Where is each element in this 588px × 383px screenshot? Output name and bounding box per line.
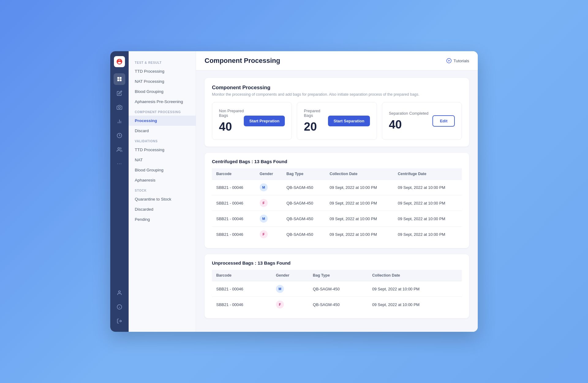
tutorials-button[interactable]: Tutorials [446,58,469,63]
svg-rect-5 [120,79,122,81]
nav-clock[interactable] [114,130,125,141]
centrifuged-bags-table: Barcode Gender Bag Type Collection Date … [212,168,462,242]
col-barcode-1: Barcode [212,168,255,180]
col-bag-type-2: Bag Type [309,270,368,281]
sidebar-section-component-processing: COMPONENT PROCESSING [129,107,196,116]
centrifuged-bags-section: Centrifuged Bags : 13 Bags Found Barcode… [205,153,469,248]
barcode-cell: SBB21 - 00046 [212,195,255,211]
nav-logout[interactable] [114,315,125,327]
stat-separation-label: Separation Completed [389,111,428,116]
nav-profile[interactable] [114,287,125,299]
stat-prepared-info: Prepared Bags 20 [304,109,328,133]
bag-type-cell: QB-SAGM-450 [282,227,325,242]
centrifuged-bags-title: Centrifuged Bags : 13 Bags Found [212,159,462,164]
col-centrifuge-date: Centrifuge Date [394,168,462,180]
section-description: Monitor the processing of components and… [212,92,462,97]
sidebar-section-stock: STOCK [129,185,196,194]
bag-type-cell: QB-SAGM-450 [282,195,325,211]
page-title: Component Processing [205,57,280,65]
nav-more[interactable]: ··· [114,158,125,170]
nav-analytics[interactable] [114,116,125,127]
nav-dashboard[interactable] [114,73,125,85]
stats-row: Non Prepared Bags 40 Start Prepration Pr… [212,102,462,140]
bag-type-cell: QB-SAGM-450 [282,180,325,195]
start-preparation-button[interactable]: Start Prepration [244,116,285,126]
stat-prepared-label: Prepared Bags [304,109,328,118]
start-separation-button[interactable]: Start Separation [328,116,370,126]
sidebar-item-ttd-processing-2[interactable]: TTD Processing [129,145,196,155]
sidebar-item-aphaeresis[interactable]: Aphaeresis [129,175,196,185]
unprocessed-bags-table: Barcode Gender Bag Type Collection Date … [212,270,462,312]
svg-point-11 [118,147,120,149]
sidebar-section-test-result: TEST & RESULT [129,57,196,66]
sidebar-item-nat-processing[interactable]: NAT Processing [129,76,196,86]
unprocessed-bags-title: Unprocessed Bags : 13 Bags Found [212,260,462,266]
sidebar-item-ttd-processing-1[interactable]: TTD Processing [129,66,196,76]
collection-date-cell: 09 Sept, 2022 at 10:00 PM [325,227,394,242]
nav-camera[interactable] [114,101,125,113]
sidebar-item-quarantine-to-stock[interactable]: Quarantine to Stock [129,194,196,204]
col-gender-1: Gender [255,168,282,180]
sidebar-section-validations: VALIDATIONS [129,136,196,145]
sidebar-item-aphaeresis-prescreening[interactable]: Aphaeresis Pre-Screening [129,97,196,107]
col-bag-type-1: Bag Type [282,168,325,180]
stat-non-prepared-label: Non Prepared Bags [219,109,244,118]
centrifuge-date-cell: 09 Sept, 2022 at 10:00 PM [394,195,462,211]
stat-non-prepared-info: Non Prepared Bags 40 [219,109,244,133]
stat-separation-value: 40 [389,118,428,131]
barcode-cell: SBB21 - 00046 [212,281,272,297]
col-collection-date-1: Collection Date [325,168,394,180]
sidebar-item-nat[interactable]: NAT [129,155,196,165]
barcode-cell: SBB21 - 00046 [212,297,272,312]
sidebar-item-blood-grouping-2[interactable]: Blood Grouping [129,165,196,175]
nav-edit[interactable] [114,87,125,99]
gender-cell: M [255,211,282,227]
sidebar-item-discard[interactable]: Discard [129,126,196,136]
collection-date-cell: 09 Sept, 2022 at 10:00 PM [325,211,394,227]
unprocessed-table-header: Barcode Gender Bag Type Collection Date [212,270,462,281]
gender-badge: M [260,215,268,223]
sidebar-item-processing[interactable]: Processing [129,116,196,126]
svg-rect-4 [117,79,119,81]
table-row: SBB21 - 00046 F QB-SAGM-450 09 Sept, 202… [212,297,462,312]
top-bar: Component Processing Tutorials [196,51,478,71]
stat-separation-info: Separation Completed 40 [389,111,428,131]
gender-cell: M [255,180,282,195]
centrifuged-table-header: Barcode Gender Bag Type Collection Date … [212,168,462,180]
gender-cell: F [255,195,282,211]
svg-rect-3 [120,77,122,79]
sidebar-item-blood-grouping-1[interactable]: Blood Grouping [129,86,196,97]
sidebar-item-discarded[interactable]: Discarded [129,204,196,214]
col-gender-2: Gender [272,270,308,281]
sidebar-item-pending[interactable]: Pending [129,214,196,224]
centrifuge-date-cell: 09 Sept, 2022 at 10:00 PM [394,227,462,242]
unprocessed-bags-section: Unprocessed Bags : 13 Bags Found Barcode… [205,254,469,318]
centrifuge-date-cell: 09 Sept, 2022 at 10:00 PM [394,211,462,227]
col-collection-date-2: Collection Date [368,270,462,281]
nav-users[interactable] [114,144,125,155]
barcode-cell: SBB21 - 00046 [212,180,255,195]
gender-badge: F [260,199,268,207]
stat-non-prepared-value: 40 [219,120,244,133]
collection-date-cell: 09 Sept, 2022 at 10:00 PM [368,297,462,312]
section-title: Component Processing [212,85,462,91]
collection-date-cell: 09 Sept, 2022 at 10:00 PM [325,195,394,211]
svg-rect-2 [117,77,119,79]
table-row: SBB21 - 00046 M QB-SAGM-450 09 Sept, 202… [212,281,462,297]
app-logo [114,56,125,67]
barcode-cell: SBB21 - 00046 [212,211,255,227]
svg-marker-18 [448,60,450,62]
icon-sidebar: ··· [110,51,129,332]
edit-button[interactable]: Edit [432,115,455,127]
tutorials-label: Tutorials [454,59,469,63]
centrifuge-date-cell: 09 Sept, 2022 at 10:00 PM [394,180,462,195]
nav-info[interactable] [114,301,125,313]
barcode-cell: SBB21 - 00046 [212,227,255,242]
section-header: Component Processing Monitor the process… [212,85,462,97]
gender-badge: M [276,285,284,293]
text-sidebar: TEST & RESULT TTD Processing NAT Process… [129,51,196,332]
col-barcode-2: Barcode [212,270,272,281]
table-row: SBB21 - 00046 M QB-SAGM-450 09 Sept, 202… [212,180,462,195]
svg-rect-1 [118,61,120,61]
stat-separation-completed: Separation Completed 40 Edit [382,102,462,140]
